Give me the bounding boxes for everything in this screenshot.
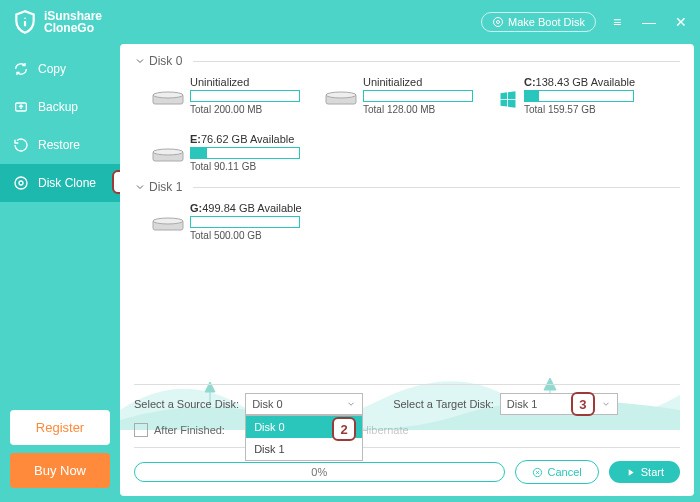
svg-point-1 (496, 21, 499, 24)
partition[interactable]: UninitializedTotal 200.00 MB (152, 76, 307, 115)
close-button[interactable]: ✕ (670, 11, 692, 33)
partition[interactable]: UninitializedTotal 128.00 MB (325, 76, 480, 115)
chevron-down-icon (601, 399, 611, 409)
part-total: Total 90.11 GB (190, 161, 300, 172)
start-label: Start (641, 466, 664, 478)
start-button[interactable]: Start (609, 461, 680, 483)
usage-bar (190, 216, 300, 228)
boot-label: Make Boot Disk (508, 16, 585, 28)
progress-bar: 0% (134, 462, 505, 482)
disk0-title: Disk 0 (149, 54, 182, 68)
svg-point-12 (153, 149, 183, 155)
nav-clone-label: Disk Clone (38, 176, 96, 190)
part-avail: 76.62 GB Available (201, 133, 294, 145)
part-name: Uninitialized (363, 76, 473, 88)
backup-icon (12, 98, 30, 116)
chevron-down-icon (134, 55, 146, 67)
part-avail: 499.84 GB Available (202, 202, 301, 214)
restore-icon (12, 136, 30, 154)
nav-backup[interactable]: Backup (0, 88, 120, 126)
source-value: Disk 0 (252, 398, 283, 410)
disk1-header[interactable]: Disk 1 (134, 180, 680, 194)
part-name: Uninitialized (190, 76, 300, 88)
svg-point-14 (153, 218, 183, 224)
hdd-icon (152, 90, 184, 106)
part-total: Total 128.00 MB (363, 104, 473, 115)
cancel-button[interactable]: Cancel (515, 460, 599, 484)
play-icon (625, 467, 636, 478)
make-boot-disk-button[interactable]: Make Boot Disk (481, 12, 596, 32)
disk1-title: Disk 1 (149, 180, 182, 194)
dropdown-option[interactable]: Disk 0 2 (246, 416, 362, 438)
source-disk-select[interactable]: Disk 0 Disk 0 2 Disk 1 (245, 393, 363, 415)
sidebar: Copy Backup Restore Disk Clone 1 Registe… (0, 44, 120, 502)
usage-bar (190, 90, 300, 102)
part-total: Total 500.00 GB (190, 230, 302, 241)
menu-button[interactable]: ≡ (606, 11, 628, 33)
chevron-down-icon (134, 181, 146, 193)
after-finished-checkbox[interactable] (134, 423, 148, 437)
svg-point-4 (19, 181, 23, 185)
disk0-header[interactable]: Disk 0 (134, 54, 680, 68)
svg-point-8 (153, 92, 183, 98)
hibernate-option[interactable]: Hibernate (361, 424, 409, 436)
target-value: Disk 1 (507, 398, 538, 410)
after-label: After Finished: (154, 424, 225, 436)
callout-2: 2 (332, 417, 356, 441)
nav-disk-clone[interactable]: Disk Clone 1 (0, 164, 120, 202)
clone-icon (12, 174, 30, 192)
svg-point-3 (15, 177, 27, 189)
usage-bar (363, 90, 473, 102)
buy-now-button[interactable]: Buy Now (10, 453, 110, 488)
nav-copy-label: Copy (38, 62, 66, 76)
callout-3: 3 (571, 392, 595, 416)
controls-row: 0% Cancel Start (134, 448, 680, 486)
usage-bar (524, 90, 634, 102)
disk0-group: Disk 0 UninitializedTotal 200.00 MB Unin… (134, 54, 680, 174)
nav-backup-label: Backup (38, 100, 78, 114)
part-total: Total 200.00 MB (190, 104, 300, 115)
usage-bar (190, 147, 300, 159)
register-button[interactable]: Register (10, 410, 110, 445)
hdd-icon (152, 147, 184, 163)
hdd-icon (325, 90, 357, 106)
brand-line2: CloneGo (44, 22, 102, 34)
cancel-label: Cancel (548, 466, 582, 478)
partition[interactable]: G:499.84 GB AvailableTotal 500.00 GB (152, 202, 307, 241)
cancel-icon (532, 467, 543, 478)
partition[interactable]: C:138.43 GB AvailableTotal 159.57 GB (498, 76, 653, 115)
part-name: C: (524, 76, 536, 88)
target-disk-select[interactable]: Disk 1 3 (500, 393, 618, 415)
partition[interactable]: E:76.62 GB AvailableTotal 90.11 GB (152, 133, 307, 172)
app-logo: iSunshareCloneGo (12, 9, 102, 35)
nav-restore-label: Restore (38, 138, 80, 152)
hdd-icon (152, 216, 184, 232)
disk1-group: Disk 1 G:499.84 GB AvailableTotal 500.00… (134, 180, 680, 243)
option-label: Disk 0 (254, 421, 285, 433)
nav-restore[interactable]: Restore (0, 126, 120, 164)
minimize-button[interactable]: — (638, 11, 660, 33)
part-name: E: (190, 133, 201, 145)
part-avail: 138.43 GB Available (536, 76, 635, 88)
after-finished-row: After Finished: Hibernate (134, 419, 680, 448)
refresh-icon (12, 60, 30, 78)
svg-point-10 (326, 92, 356, 98)
selectors-row: Select a Source Disk: Disk 0 Disk 0 2 Di… (134, 384, 680, 419)
svg-point-0 (493, 18, 502, 27)
target-label: Select a Target Disk: (393, 398, 494, 410)
source-label: Select a Source Disk: (134, 398, 239, 410)
nav-copy[interactable]: Copy (0, 50, 120, 88)
part-name: G: (190, 202, 202, 214)
chevron-down-icon (346, 399, 356, 409)
part-total: Total 159.57 GB (524, 104, 635, 115)
windows-icon (498, 89, 518, 109)
main-panel: Disk 0 UninitializedTotal 200.00 MB Unin… (120, 44, 694, 496)
